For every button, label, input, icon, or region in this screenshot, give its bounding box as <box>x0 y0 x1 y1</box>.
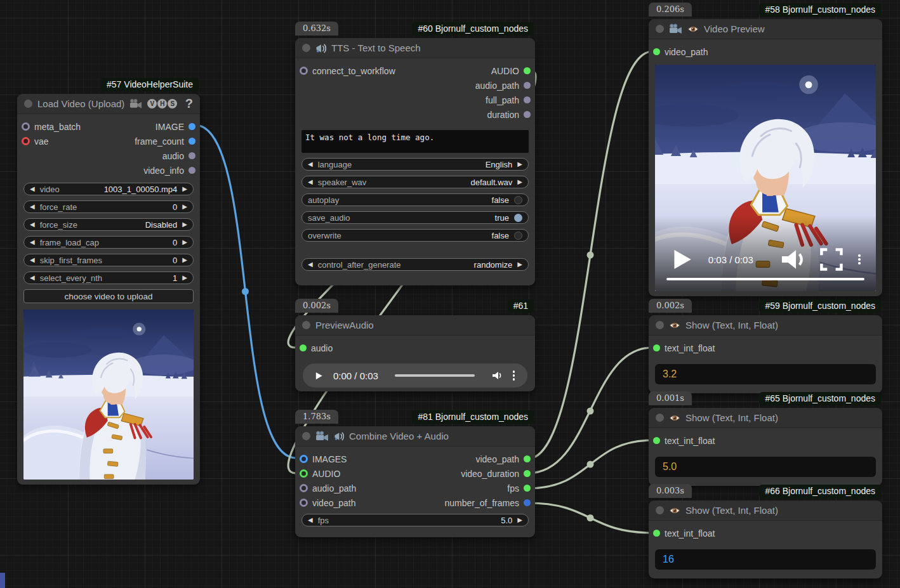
overflow-menu-icon[interactable] <box>512 369 517 382</box>
node-show-65[interactable]: 0.001s #65 Bjornulf_custom_nodes Show (T… <box>649 408 882 486</box>
play-icon[interactable] <box>669 247 696 272</box>
widget-control-after-generate[interactable]: control_after_generate randomize <box>301 258 529 271</box>
overflow-menu-icon[interactable] <box>857 253 862 266</box>
input-port-images[interactable] <box>300 455 308 463</box>
play-icon[interactable] <box>314 371 324 381</box>
video-player[interactable]: 0:03 / 0:03 <box>655 65 876 291</box>
decrement-icon[interactable] <box>308 179 313 185</box>
decrement-icon[interactable] <box>30 275 35 281</box>
input-port-text-int-float[interactable] <box>653 437 660 444</box>
show-value-display[interactable]: 5.0 <box>655 457 876 477</box>
toggle-overwrite[interactable]: overwrite false <box>301 229 529 242</box>
input-port-audio-path[interactable] <box>300 484 308 492</box>
collapse-dot[interactable] <box>24 100 32 108</box>
choose-video-button[interactable]: choose video to upload <box>23 289 194 303</box>
show-value-display[interactable]: 16 <box>655 549 876 570</box>
widget-force-rate[interactable]: force_rate 0 <box>23 200 194 213</box>
decrement-icon[interactable] <box>308 161 313 167</box>
toggle-autoplay[interactable]: autoplay false <box>301 193 529 206</box>
collapse-dot[interactable] <box>656 25 664 33</box>
output-port-full-path[interactable] <box>524 96 531 103</box>
node-combine-video-audio[interactable]: 1.783s #81 Bjornulf_custom_nodes Combine… <box>295 426 535 537</box>
node-header[interactable]: Show (Text, Int, Float) <box>649 408 882 428</box>
decrement-icon[interactable] <box>30 221 35 228</box>
collapse-dot[interactable] <box>656 506 664 514</box>
output-port-video-duration[interactable] <box>524 470 531 477</box>
collapse-dot[interactable] <box>656 414 664 422</box>
widget-speaker-wav[interactable]: speaker_wav default.wav <box>301 176 529 188</box>
audio-player[interactable]: 0:00 / 0:03 <box>303 363 527 388</box>
output-port-audio[interactable] <box>189 152 195 159</box>
increment-icon[interactable] <box>517 517 522 523</box>
collapse-dot[interactable] <box>302 321 310 329</box>
video-progress-bar[interactable] <box>666 278 864 280</box>
widget-force-size[interactable]: force_size Disabled <box>23 218 194 231</box>
output-port-video-info[interactable] <box>189 167 195 174</box>
increment-icon[interactable] <box>182 257 187 263</box>
widget-skip-first-frames[interactable]: skip_first_frames 0 <box>23 254 194 266</box>
output-port-audio[interactable] <box>524 67 531 74</box>
node-header[interactable]: Video Preview <box>649 19 882 39</box>
node-show-66[interactable]: 0.003s #66 Bjornulf_custom_nodes Show (T… <box>649 500 882 578</box>
node-header[interactable]: Load Video (Upload) VHS ? <box>17 94 200 114</box>
decrement-icon[interactable] <box>30 257 35 263</box>
increment-icon[interactable] <box>517 161 522 167</box>
widget-select-every-nth[interactable]: select_every_nth 1 <box>23 271 194 284</box>
widget-language[interactable]: language English <box>301 158 529 171</box>
input-port-text-int-float[interactable] <box>653 530 660 537</box>
widget-fps[interactable]: fps 5.0 <box>301 514 529 526</box>
increment-icon[interactable] <box>182 186 187 192</box>
toggle-off-dot[interactable] <box>514 196 522 204</box>
collapse-dot[interactable] <box>656 321 664 329</box>
fullscreen-icon[interactable] <box>818 247 845 272</box>
help-icon[interactable]: ? <box>185 96 193 111</box>
output-port-video-path[interactable] <box>524 455 531 462</box>
output-port-audio-path[interactable] <box>524 82 531 89</box>
decrement-icon[interactable] <box>30 186 35 192</box>
collapse-dot[interactable] <box>302 432 310 440</box>
input-port-video-path[interactable] <box>653 48 660 55</box>
increment-icon[interactable] <box>182 221 187 228</box>
input-port-video-path[interactable] <box>300 499 308 507</box>
output-port-image[interactable] <box>189 123 195 130</box>
input-port-audio[interactable] <box>300 344 307 351</box>
video-controls[interactable]: 0:03 / 0:03 <box>655 247 876 272</box>
volume-icon[interactable] <box>491 370 502 381</box>
output-port-fps[interactable] <box>524 485 531 492</box>
increment-icon[interactable] <box>182 275 187 281</box>
collapse-dot[interactable] <box>302 44 310 52</box>
increment-icon[interactable] <box>517 179 522 185</box>
node-graph-canvas[interactable]: #57 VideoHelperSuite Load Video (Upload)… <box>0 0 900 588</box>
widget-video[interactable]: video 1003_1_00050.mp4 <box>23 183 194 195</box>
toggle-on-dot[interactable] <box>514 214 522 222</box>
node-header[interactable]: Combine Video + Audio <box>295 426 535 447</box>
tts-text-input[interactable]: It was not a long time ago. <box>301 130 529 153</box>
node-header[interactable]: Show (Text, Int, Float) <box>649 500 882 521</box>
output-port-frame-count[interactable] <box>189 138 195 145</box>
node-header[interactable]: Show (Text, Int, Float) <box>649 315 882 336</box>
node-header[interactable]: TTS - Text to Speech <box>295 38 535 58</box>
node-tts[interactable]: 0.632s #60 Bjornulf_custom_nodes TTS - T… <box>295 38 535 285</box>
increment-icon[interactable] <box>517 261 522 268</box>
widget-frame-load-cap[interactable]: frame_load_cap 0 <box>23 236 194 249</box>
toggle-save-audio[interactable]: save_audio true <box>301 211 529 224</box>
output-port-number-of-frames[interactable] <box>524 499 531 506</box>
decrement-icon[interactable] <box>308 261 313 268</box>
input-port-vae[interactable] <box>22 137 30 145</box>
output-port-duration[interactable] <box>524 111 531 118</box>
node-video-preview[interactable]: 0.206s #58 Bjornulf_custom_nodes Video P… <box>649 19 882 296</box>
decrement-icon[interactable] <box>30 239 35 245</box>
decrement-icon[interactable] <box>308 517 313 523</box>
input-port-meta-batch[interactable] <box>22 122 30 131</box>
volume-icon[interactable] <box>779 247 805 272</box>
toggle-off-dot[interactable] <box>514 232 522 240</box>
node-load-video[interactable]: #57 VideoHelperSuite Load Video (Upload)… <box>17 94 200 485</box>
decrement-icon[interactable] <box>30 204 35 210</box>
input-port-connect-to-workflow[interactable] <box>300 67 308 75</box>
increment-icon[interactable] <box>182 204 187 210</box>
node-preview-audio[interactable]: 0.002s #61 PreviewAudio audio 0:00 / 0:0… <box>295 315 535 391</box>
input-port-audio[interactable] <box>300 469 308 478</box>
input-port-text-int-float[interactable] <box>653 344 660 351</box>
node-header[interactable]: PreviewAudio <box>295 315 535 336</box>
node-show-59[interactable]: 0.002s #59 Bjornulf_custom_nodes Show (T… <box>649 315 882 393</box>
